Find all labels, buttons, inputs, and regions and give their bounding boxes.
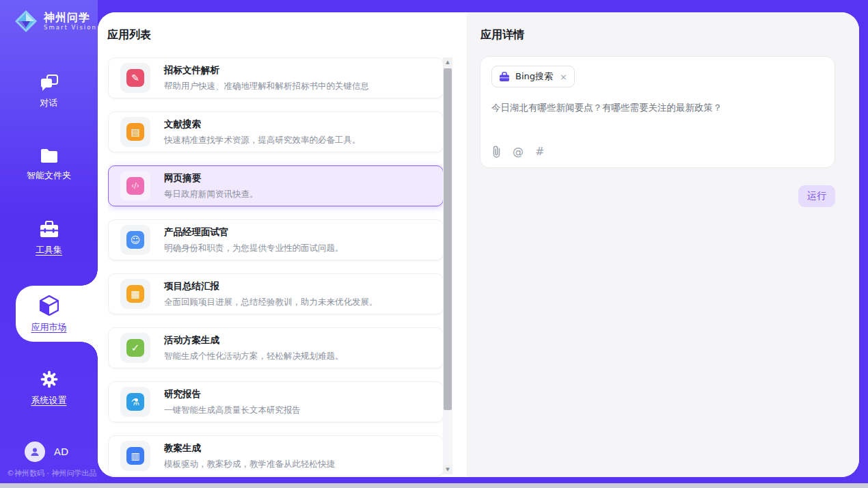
app-detail-pane: 应用详情 Bing搜索 × 今日湖北有哪些新闻要点？有哪些需要关注的最新政策？ <box>467 12 859 477</box>
app-icon-box: ▦ <box>120 279 150 309</box>
sidebar-item-label: 应用市场 <box>31 321 67 334</box>
app-list-pane: 应用列表 ✎ 招标文件解析 帮助用户快速、准确地理解和解析招标书中的关键信息 ▤… <box>98 12 467 477</box>
brand-name: 神州问学 <box>44 11 97 24</box>
app-card[interactable]: ▤ 文献搜索 快速精准查找学术资源，提高研究效率的必备工具。 <box>108 111 444 152</box>
scrollbar-thumb[interactable] <box>444 68 452 410</box>
tool-tag-label: Bing搜索 <box>515 70 553 83</box>
prompt-card[interactable]: Bing搜索 × 今日湖北有哪些新闻要点？有哪些需要关注的最新政策？ @ # <box>480 56 835 168</box>
app-title: 活动方案生成 <box>164 334 344 347</box>
app-card[interactable]: ✓ 活动方案生成 智能生成个性化活动方案，轻松解决规划难题。 <box>108 327 444 368</box>
literature-search-icon: ▤ <box>126 123 144 141</box>
run-button[interactable]: 运行 <box>798 185 835 207</box>
app-detail-title: 应用详情 <box>480 28 524 42</box>
app-description: 快速精准查找学术资源，提高研究效率的必备工具。 <box>164 135 361 146</box>
sidebar-item-app-market[interactable]: 应用市场 <box>0 295 98 334</box>
main-content: 应用列表 ✎ 招标文件解析 帮助用户快速、准确地理解和解析招标书中的关键信息 ▤… <box>98 12 859 477</box>
app-description: 模板驱动，教案秒成，教学准备从此轻松快捷 <box>164 459 335 470</box>
project-summary-icon: ▦ <box>126 285 144 303</box>
sidebar-item-chat[interactable]: 对话 <box>0 74 98 109</box>
sidebar-item-label: 工具集 <box>36 244 62 256</box>
brand-logo: 神州问学 Smart Vision <box>14 9 97 33</box>
sidebar-item-smart-folder[interactable]: 智能文件夹 <box>0 148 98 182</box>
user-account[interactable]: AD <box>25 442 68 462</box>
paperclip-icon[interactable] <box>492 145 501 159</box>
app-icon-box: ✎ <box>120 63 150 93</box>
app-title: 产品经理面试官 <box>164 226 344 239</box>
pm-interviewer-icon: ☺ <box>126 231 144 249</box>
app-title: 文献搜索 <box>164 118 361 131</box>
sidebar-item-label: 智能文件夹 <box>27 170 71 182</box>
app-card[interactable]: ☺ 产品经理面试官 明确身份和职责，为您提供专业性的面试问题。 <box>108 219 444 260</box>
app-description: 智能生成个性化活动方案，轻松解决规划难题。 <box>164 351 344 362</box>
app-title: 网页摘要 <box>164 172 258 185</box>
window-bottom-strip <box>0 483 868 488</box>
sidebar-item-toolset[interactable]: 工具集 <box>0 221 98 256</box>
brand-subtitle: Smart Vision <box>44 24 97 31</box>
sidebar: 神州问学 Smart Vision 对话 智能文件夹 <box>0 0 98 483</box>
research-report-icon: ⚗ <box>126 393 144 411</box>
app-description: 全面回顾项目进展，总结经验教训，助力未来优化发展。 <box>164 297 378 308</box>
folder-icon <box>40 148 59 164</box>
briefcase-icon <box>499 72 510 82</box>
close-icon[interactable]: × <box>560 72 567 82</box>
app-title: 项目总结汇报 <box>164 280 378 293</box>
sidebar-item-label: 系统设置 <box>31 394 67 407</box>
app-card[interactable]: ✎ 招标文件解析 帮助用户快速、准确地理解和解析招标书中的关键信息 <box>108 57 444 98</box>
app-title: 教案生成 <box>164 442 335 455</box>
app-icon-box: ✓ <box>120 333 150 363</box>
app-icon-box: ▥ <box>120 441 150 471</box>
scroll-down-arrow-icon[interactable]: ▼ <box>443 465 452 474</box>
mention-at-icon[interactable]: @ <box>513 146 524 157</box>
bid-parse-icon: ✎ <box>126 69 144 87</box>
avatar[interactable] <box>25 442 45 462</box>
user-initials: AD <box>54 446 68 457</box>
tool-tag-bing-search[interactable]: Bing搜索 × <box>491 66 575 87</box>
copyright-text: ©神州数码 · 神州问学出品 <box>7 468 97 478</box>
scroll-up-arrow-icon[interactable]: ▲ <box>443 57 452 67</box>
web-summary-icon: ‹/› <box>126 177 144 195</box>
app-title: 研究报告 <box>164 388 301 401</box>
app-card[interactable]: ⚗ 研究报告 一键智能生成高质量长文本研究报告 <box>108 381 444 422</box>
attachment-toolbar: @ # <box>492 145 544 159</box>
sidebar-item-label: 对话 <box>40 97 58 109</box>
toolbox-icon <box>39 221 59 239</box>
app-description: 一键智能生成高质量长文本研究报告 <box>164 405 301 416</box>
app-list: ✎ 招标文件解析 帮助用户快速、准确地理解和解析招标书中的关键信息 ▤ 文献搜索… <box>108 57 444 477</box>
app-title: 招标文件解析 <box>164 64 369 77</box>
app-list-title: 应用列表 <box>107 28 151 42</box>
app-card[interactable]: ▦ 项目总结汇报 全面回顾项目进展，总结经验教训，助力未来优化发展。 <box>108 273 444 314</box>
app-card[interactable]: ▥ 教案生成 模板驱动，教案秒成，教学准备从此轻松快捷 <box>108 435 444 476</box>
cube-icon <box>40 295 59 316</box>
scrollbar[interactable]: ▲ ▼ <box>443 57 452 474</box>
app-description: 帮助用户快速、准确地理解和解析招标书中的关键信息 <box>164 81 369 92</box>
app-icon-box: ⚗ <box>120 387 150 417</box>
sidebar-item-settings[interactable]: 系统设置 <box>0 370 98 407</box>
app-icon-box: ☺ <box>120 225 150 255</box>
query-text[interactable]: 今日湖北有哪些新闻要点？有哪些需要关注的最新政策？ <box>491 100 824 114</box>
chat-icon <box>40 74 59 92</box>
app-icon-box: ‹/› <box>120 171 150 201</box>
app-description: 每日政府新闻资讯快查。 <box>164 189 258 200</box>
diamond-logo-icon <box>14 9 38 33</box>
app-card[interactable]: ‹/› 网页摘要 每日政府新闻资讯快查。 <box>108 165 444 206</box>
hash-icon[interactable]: # <box>535 146 544 157</box>
lesson-plan-icon: ▥ <box>126 447 144 465</box>
app-description: 明确身份和职责，为您提供专业性的面试问题。 <box>164 243 344 254</box>
event-plan-icon: ✓ <box>126 339 144 357</box>
gear-icon <box>40 370 59 389</box>
app-icon-box: ▤ <box>120 117 150 147</box>
